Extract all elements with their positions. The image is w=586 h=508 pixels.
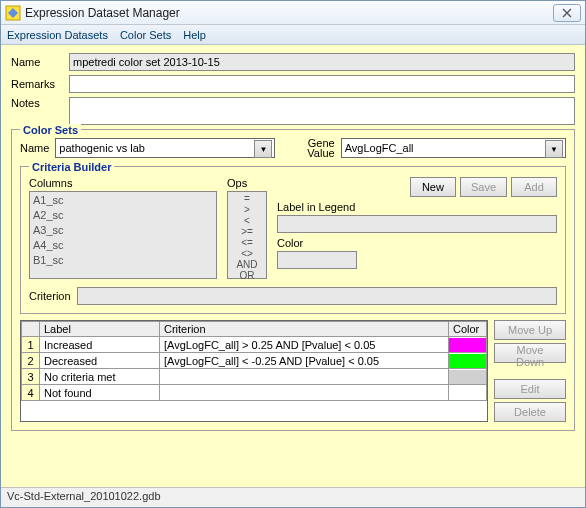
label-in-legend-input[interactable]: [277, 215, 557, 233]
color-label: Color: [277, 237, 557, 249]
columns-listbox[interactable]: A1_sc A2_sc A3_sc A4_sc B1_sc: [29, 191, 217, 279]
ops-listbox[interactable]: = > < >= <= <> AND OR: [227, 191, 267, 279]
table-row[interactable]: 4Not found: [22, 385, 487, 401]
name-label: Name: [11, 56, 69, 68]
content-area: Name Remarks Notes Color Sets Name patho…: [1, 45, 585, 487]
list-item[interactable]: A2_sc: [31, 208, 215, 223]
label-in-legend-label: Label in Legend: [277, 201, 557, 213]
remarks-label: Remarks: [11, 78, 69, 90]
list-item[interactable]: B1_sc: [31, 253, 215, 268]
criteria-builder-fieldset: Criteria Builder Columns A1_sc A2_sc A3_…: [20, 166, 566, 314]
gene-label-2: Value: [307, 148, 334, 158]
remarks-input[interactable]: [69, 75, 575, 93]
app-window: Expression Dataset Manager Expression Da…: [0, 0, 586, 508]
criteria-table: Label Criterion Color 1Increased[AvgLogF…: [20, 320, 488, 422]
criterion-label: Criterion: [29, 290, 71, 302]
color-picker[interactable]: [277, 251, 357, 269]
list-item[interactable]: A4_sc: [31, 238, 215, 253]
ops-label: Ops: [227, 177, 267, 189]
list-item[interactable]: A3_sc: [31, 223, 215, 238]
th-label: Label: [40, 322, 160, 337]
menu-color-sets[interactable]: Color Sets: [120, 29, 171, 41]
cs-name-combo[interactable]: pathogenic vs lab: [55, 138, 275, 158]
app-icon: [5, 5, 21, 21]
th-color: Color: [449, 322, 487, 337]
edit-button[interactable]: Edit: [494, 379, 566, 399]
movedown-button[interactable]: Move Down: [494, 343, 566, 363]
statusbar: Vc-Std-External_20101022.gdb: [1, 487, 585, 507]
add-button[interactable]: Add: [511, 177, 557, 197]
name-input[interactable]: [69, 53, 575, 71]
menu-expression-datasets[interactable]: Expression Datasets: [7, 29, 108, 41]
list-item[interactable]: A1_sc: [31, 193, 215, 208]
notes-label: Notes: [11, 97, 69, 109]
window-title: Expression Dataset Manager: [25, 6, 180, 20]
colorsets-fieldset: Color Sets Name pathogenic vs lab Gene V…: [11, 129, 575, 431]
menu-help[interactable]: Help: [183, 29, 206, 41]
save-button[interactable]: Save: [460, 177, 507, 197]
table-row[interactable]: 2Decreased[AvgLogFC_all] < -0.25 AND [Pv…: [22, 353, 487, 369]
notes-textarea[interactable]: [69, 97, 575, 125]
titlebar: Expression Dataset Manager: [1, 1, 585, 25]
th-num: [22, 322, 40, 337]
th-criterion: Criterion: [160, 322, 449, 337]
gene-value-combo[interactable]: AvgLogFC_all: [341, 138, 566, 158]
delete-button[interactable]: Delete: [494, 402, 566, 422]
close-button[interactable]: [553, 4, 581, 22]
moveup-button[interactable]: Move Up: [494, 320, 566, 340]
table-row[interactable]: 3No criteria met: [22, 369, 487, 385]
columns-label: Columns: [29, 177, 217, 189]
criteria-legend: Criteria Builder: [29, 161, 114, 173]
new-button[interactable]: New: [410, 177, 456, 197]
criterion-input[interactable]: [77, 287, 557, 305]
menubar: Expression Datasets Color Sets Help: [1, 25, 585, 45]
colorsets-legend: Color Sets: [20, 124, 81, 136]
table-row[interactable]: 1Increased[AvgLogFC_all] > 0.25 AND [Pva…: [22, 337, 487, 353]
cs-name-label: Name: [20, 142, 49, 154]
